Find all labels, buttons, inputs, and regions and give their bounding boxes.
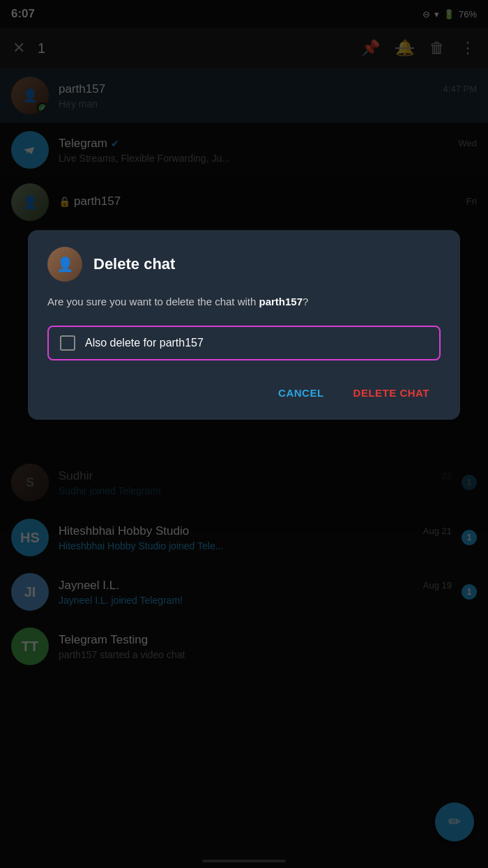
delete-chat-dialog: 👤 Delete chat Are you sure you want to d… (28, 230, 460, 420)
dialog-header: 👤 Delete chat (47, 247, 441, 282)
dialog-body-text: Are you sure you want to delete the chat… (47, 296, 259, 307)
delete-chat-button[interactable]: DELETE CHAT (342, 380, 441, 406)
also-delete-checkbox-row[interactable]: Also delete for parth157 (47, 326, 441, 360)
dialog-avatar: 👤 (47, 247, 82, 282)
cancel-button[interactable]: CANCEL (267, 380, 335, 406)
dialog-body: Are you sure you want to delete the chat… (47, 294, 441, 310)
also-delete-checkbox[interactable] (60, 335, 75, 351)
dialog-username: parth157 (259, 296, 303, 307)
also-delete-label: Also delete for parth157 (85, 337, 204, 349)
dialog-body-suffix: ? (303, 296, 308, 307)
dialog-title: Delete chat (93, 255, 175, 273)
dialog-actions: CANCEL DELETE CHAT (47, 380, 441, 406)
modal-overlay: 👤 Delete chat Are you sure you want to d… (0, 0, 488, 868)
